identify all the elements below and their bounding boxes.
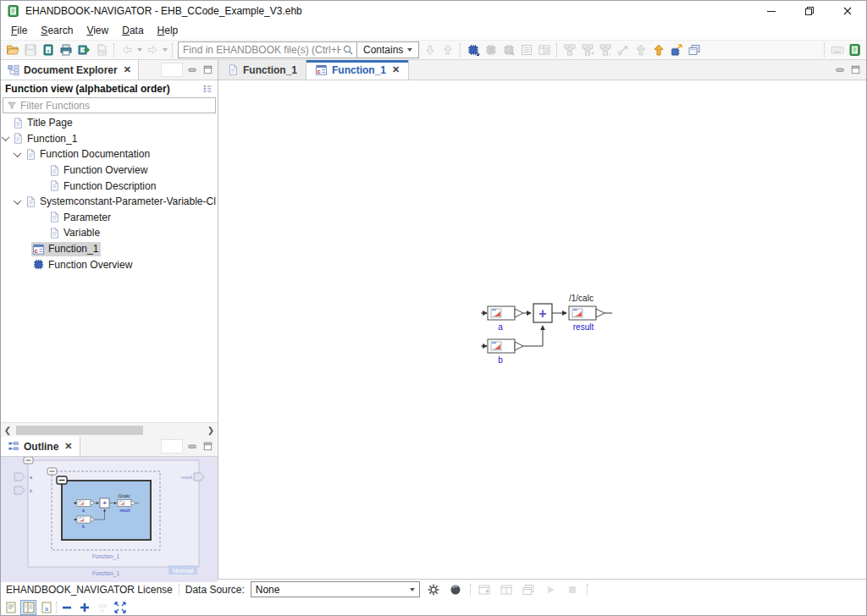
tree-item-label: Function_1 <box>27 133 77 145</box>
outline-zoom-badge-label: Normal <box>173 567 194 575</box>
collapse-button[interactable] <box>57 476 67 484</box>
editor-area: Function_1cFunction_1✕ <box>218 60 866 579</box>
app-icon <box>7 4 20 18</box>
data-source-select[interactable]: None <box>251 581 420 597</box>
tree-item-label: Parameter <box>64 212 111 223</box>
tree-item-title-page[interactable]: Title Page <box>1 115 218 131</box>
search-box <box>178 41 357 58</box>
document-icon <box>25 148 36 161</box>
toolbar-nav-back-dropdown[interactable] <box>135 41 143 59</box>
toolbar-function-overview-button[interactable] <box>464 41 482 59</box>
toolbar-table-view-button <box>535 41 553 59</box>
collapse-button[interactable] <box>24 457 33 464</box>
tree-item-function-documentation[interactable]: Function Documentation <box>1 146 218 162</box>
statusbar-view-split-button[interactable] <box>20 600 36 615</box>
tree-item-parameter[interactable]: Parameter <box>1 210 218 226</box>
diagram-output-block[interactable] <box>569 306 605 320</box>
statusbar-data-lens-button[interactable] <box>448 581 464 597</box>
toolbar-open-new-window-button[interactable] <box>685 41 703 59</box>
menu-help[interactable]: Help <box>151 23 185 38</box>
tab-document-explorer[interactable]: Document Explorer ✕ <box>1 60 139 80</box>
statusbar-gear-button[interactable] <box>426 581 442 597</box>
scroll-track[interactable] <box>14 425 204 436</box>
scroll-left-icon[interactable]: ❮ <box>1 423 14 437</box>
menu-file[interactable]: File <box>4 23 34 38</box>
document-explorer-icon <box>8 64 19 76</box>
diagram-input-b-block[interactable] <box>488 339 523 353</box>
toolbar-export-pdf-button: PDF <box>92 41 110 59</box>
toolbar-link-model-button <box>500 41 517 59</box>
menu-view[interactable]: View <box>80 23 115 38</box>
explorer-tab-close-icon[interactable]: ✕ <box>122 64 131 75</box>
explorer-hscrollbar[interactable]: ❮ ❯ <box>1 422 218 437</box>
toolbar-nav-back-button <box>118 41 135 59</box>
filter-input[interactable] <box>20 100 212 112</box>
tree-item-variable[interactable]: Variable <box>1 225 218 241</box>
panel-maximize-icon[interactable] <box>202 441 213 452</box>
minimize-button[interactable] <box>752 1 790 21</box>
editor-tab-function_1[interactable]: cFunction_1✕ <box>306 60 409 80</box>
panel-maximize-icon[interactable] <box>850 64 861 75</box>
toolbar-separator <box>556 43 557 57</box>
toolbar-document-info-button[interactable] <box>39 41 57 59</box>
document-icon <box>25 195 36 208</box>
separator <box>587 584 588 596</box>
toolbar-print-button[interactable] <box>57 41 75 59</box>
close-button[interactable] <box>828 1 866 21</box>
toolbar-open-folder-button[interactable] <box>3 41 21 59</box>
tree-item-function-overview[interactable]: Function Overview <box>1 256 218 272</box>
editor-canvas[interactable]: /1/calc a + result <box>218 80 866 579</box>
view-menu-icon[interactable] <box>202 83 213 95</box>
expand-chevron-icon[interactable] <box>14 151 24 157</box>
scroll-right-icon[interactable]: ❯ <box>204 423 218 437</box>
statusbar-row1: EHANDBOOK_NAVIGATOR License Data Source:… <box>1 580 866 599</box>
expand-chevron-icon[interactable] <box>14 199 24 205</box>
statusbar-zoom-out-button[interactable] <box>58 600 75 615</box>
toolbar-export-button[interactable] <box>75 41 92 59</box>
statusbar-zoom-in-button[interactable] <box>76 600 92 615</box>
toolbar-level-up-button[interactable] <box>649 41 667 59</box>
menu-data[interactable]: Data <box>115 23 150 38</box>
panel-minimize-icon[interactable] <box>187 64 198 75</box>
statusbar-row2: a100% <box>1 599 866 615</box>
outline-tab-close-icon[interactable]: ✕ <box>63 441 72 452</box>
toolbar-nav-forward-dropdown[interactable] <box>161 41 168 59</box>
explorer-tab-controls <box>161 60 218 80</box>
tree-item-label: Function Description <box>64 180 156 192</box>
statusbar-view-single-button[interactable] <box>3 600 19 615</box>
tree-item-systemconstant-parameter-variable-cl[interactable]: Systemconstant-Parameter-Variable-Cl <box>1 194 218 210</box>
restore-button[interactable] <box>790 1 828 21</box>
panel-minimize-icon[interactable] <box>187 441 198 452</box>
menu-search[interactable]: Search <box>34 23 80 38</box>
tree-item-content: Function_1 <box>11 131 80 146</box>
tab-outline[interactable]: Outline ✕ <box>1 437 80 456</box>
function-view-header: Function view (alphabetical order) <box>1 80 218 97</box>
tree-item-function-1[interactable]: cFunction_1 <box>1 241 218 257</box>
tree-item-function-overview[interactable]: Function Overview <box>1 162 218 179</box>
collapse-button[interactable] <box>47 468 57 475</box>
scroll-thumb[interactable] <box>16 426 143 435</box>
main-toolbar: PDFContains <box>1 40 866 60</box>
editor-tab-close-icon[interactable]: ✕ <box>390 64 400 75</box>
outline-thumbnail[interactable]: a b result <box>1 457 218 582</box>
diagram-input-a-block[interactable] <box>488 306 523 320</box>
tree-item-function-1[interactable]: Function_1 <box>1 131 218 147</box>
search-mode-label: Contains <box>363 44 403 56</box>
search-mode-dropdown[interactable]: Contains <box>357 41 419 58</box>
restore-icon <box>803 4 816 18</box>
tree-item-function-description[interactable]: Function Description <box>1 178 218 194</box>
panel-minimize-icon[interactable] <box>835 64 846 75</box>
toolbar-goto-model-button[interactable] <box>667 41 685 59</box>
separator <box>470 584 471 596</box>
outline-port-b <box>14 487 25 494</box>
statusbar-zoom-fit-button[interactable] <box>112 600 128 615</box>
panel-maximize-icon[interactable] <box>202 64 213 75</box>
statusbar-view-thumb-button[interactable]: a <box>38 600 54 615</box>
toolbar-ehandbook-button[interactable] <box>846 41 864 59</box>
minimize-icon <box>765 4 778 18</box>
expand-chevron-icon[interactable] <box>3 135 11 141</box>
editor-tab-function_1[interactable]: Function_1 <box>218 60 306 80</box>
search-input[interactable] <box>183 44 341 56</box>
diagram-input-a-label: a <box>498 322 503 332</box>
tree-item-label: Variable <box>64 227 100 239</box>
